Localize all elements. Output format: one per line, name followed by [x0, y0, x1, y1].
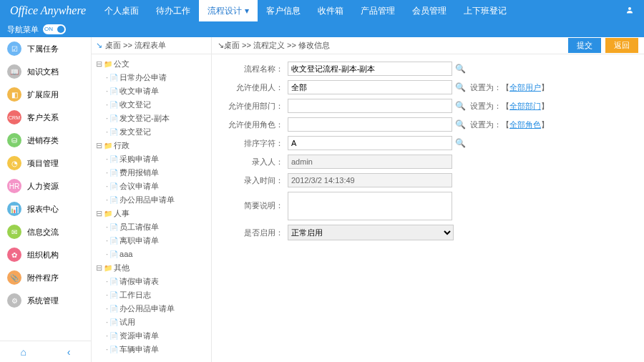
dept-hint: 设置为：【全部部门】 — [470, 101, 549, 112]
link-all-role[interactable]: 全部角色 — [509, 120, 541, 129]
nav-menu-label: 导航菜单 — [7, 24, 39, 35]
sidebar-item[interactable]: ✿组织机构 — [0, 243, 91, 266]
sidebar-item[interactable]: ✉信息交流 — [0, 220, 91, 243]
sidebar-item-icon: ☑ — [7, 41, 21, 56]
sidebar-item[interactable]: HR人力资源 — [0, 175, 91, 197]
search-icon[interactable]: 🔍 — [455, 119, 466, 129]
tree-doc[interactable]: ·日常办公申请 — [106, 71, 207, 84]
role-input[interactable] — [288, 117, 452, 132]
tree-doc[interactable]: ·资源申请单 — [106, 329, 207, 343]
dept-input[interactable] — [288, 99, 452, 113]
sidebar-item[interactable]: ⛁进销存类 — [0, 129, 91, 152]
tree-doc[interactable]: ·收文登记 — [106, 98, 207, 112]
sidebar-item-icon: 📊 — [7, 202, 21, 216]
sidebar-item-icon: ◧ — [7, 87, 21, 102]
collapse-icon[interactable]: ‹ — [67, 346, 71, 358]
arrow-icon: ↘ — [218, 41, 224, 50]
tree-panel: ↘ 桌面 >> 流程表单 ⊟公文·日常办公申请·收文申请单·收文登记·发文登记-… — [92, 37, 212, 362]
sidebar-item-label: 下属任务 — [27, 44, 59, 54]
sub-bar: 导航菜单 ON — [0, 21, 644, 37]
search-icon[interactable]: 🔍 — [455, 82, 466, 92]
sidebar-item[interactable]: 📖知识文档 — [0, 60, 91, 83]
dept-label: 允许使用部门： — [222, 101, 288, 112]
enable-select[interactable]: 正常启用 — [288, 225, 454, 240]
sidebar-item-icon: ⛁ — [7, 133, 21, 147]
desc-label: 简要说明： — [222, 192, 288, 211]
role-hint: 设置为：【全部角色】 — [470, 119, 549, 130]
nav-item[interactable]: 待办工作 — [147, 0, 199, 21]
sidebar-item[interactable]: ⚙系统管理 — [0, 289, 91, 312]
tree-doc[interactable]: ·采购申请单 — [106, 152, 207, 166]
home-icon[interactable]: ⌂ — [20, 346, 26, 358]
tree-doc[interactable]: ·员工请假单 — [106, 220, 207, 234]
nav-item[interactable]: 流程设计 ▾ — [199, 0, 257, 21]
tree-doc[interactable]: ·请假申请表 — [106, 275, 207, 288]
nav-menu-toggle[interactable]: ON — [43, 24, 66, 34]
submit-button[interactable]: 提交 — [568, 38, 601, 53]
name-input[interactable] — [288, 62, 452, 76]
tree-doc[interactable]: ·收文申请单 — [106, 84, 207, 98]
tree-doc[interactable]: ·发文登记 — [106, 125, 207, 139]
arrow-icon: ↘ — [96, 41, 102, 50]
sidebar-item-icon: ⚙ — [7, 293, 21, 308]
tree-doc[interactable]: ·工作日志 — [106, 288, 207, 302]
sidebar-bottom: ⌂ ‹ — [0, 341, 91, 362]
tree: ⊟公文·日常办公申请·收文申请单·收文登记·发文登记-副本·发文登记⊟行政·采购… — [92, 54, 211, 362]
search-icon[interactable]: 🔍 — [455, 101, 466, 111]
sidebar-item-icon: ✉ — [7, 225, 21, 239]
tree-folder[interactable]: ⊟人事·员工请假单·离职申请单·aaa — [96, 207, 207, 261]
desc-textarea[interactable] — [288, 192, 452, 220]
tree-folder[interactable]: ⊟行政·采购申请单·费用报销单·会议申请单·办公用品申请单 — [96, 139, 207, 207]
back-button[interactable]: 返回 — [605, 38, 638, 53]
sidebar-item-label: 系统管理 — [27, 295, 59, 306]
sidebar-item[interactable]: ◧扩展应用 — [0, 83, 91, 106]
sidebar-item[interactable]: 📊报表中心 — [0, 197, 91, 220]
sidebar-item[interactable]: CRM客户关系 — [0, 106, 91, 129]
search-icon[interactable]: 🔍 — [455, 138, 466, 148]
enteredby-field — [288, 155, 452, 169]
sidebar-item[interactable]: ☑下属任务 — [0, 37, 91, 60]
search-icon[interactable]: 🔍 — [455, 64, 466, 74]
sidebar-item-label: 人力资源 — [27, 181, 59, 192]
tree-doc[interactable]: ·试用 — [106, 315, 207, 329]
enteredby-label: 录入人： — [222, 157, 288, 167]
sidebar-item-icon: ◔ — [7, 156, 21, 170]
tree-doc[interactable]: ·发文登记-副本 — [106, 112, 207, 125]
sidebar-item-icon: HR — [7, 179, 21, 193]
sidebar: ☑下属任务📖知识文档◧扩展应用CRM客户关系⛁进销存类◔项目管理HR人力资源📊报… — [0, 37, 92, 362]
link-all-users[interactable]: 全部用户 — [509, 83, 541, 92]
sidebar-item-label: 知识文档 — [27, 67, 59, 77]
sidebar-item-label: 进销存类 — [27, 135, 59, 146]
tree-doc[interactable]: ·费用报销单 — [106, 166, 207, 180]
tree-doc[interactable]: ·办公用品申请单 — [106, 193, 207, 207]
tree-doc[interactable]: ·aaa — [106, 248, 207, 261]
nav-item[interactable]: 收件箱 — [309, 0, 352, 21]
nav-item[interactable]: 产品管理 — [352, 0, 404, 21]
tree-doc[interactable]: ·离职申请单 — [106, 234, 207, 248]
enable-label: 是否启用： — [222, 228, 288, 238]
tree-doc[interactable]: ·会议申请单 — [106, 180, 207, 193]
sidebar-item[interactable]: ◔项目管理 — [0, 152, 91, 175]
tree-folder[interactable]: ⊟公文·日常办公申请·收文申请单·收文登记·发文登记-副本·发文登记 — [96, 57, 207, 139]
sidebar-item-label: 信息交流 — [27, 227, 59, 238]
tree-doc[interactable]: ·车辆申请单 — [106, 343, 207, 356]
brand-logo: Office Anywhere — [0, 4, 96, 17]
tree-folder[interactable]: ⊟其他·请假申请表·工作日志·办公用品申请单·试用·资源申请单·车辆申请单 — [96, 261, 207, 356]
nav-item[interactable]: 客户信息 — [258, 0, 309, 21]
users-input[interactable] — [288, 80, 452, 94]
tree-doc[interactable]: ·办公用品申请单 — [106, 302, 207, 315]
link-all-dept[interactable]: 全部部门 — [509, 102, 541, 110]
sidebar-list: ☑下属任务📖知识文档◧扩展应用CRM客户关系⛁进销存类◔项目管理HR人力资源📊报… — [0, 37, 91, 341]
main-breadcrumb: ↘ 桌面 >> 流程定义 >> 修改信息 提交 返回 — [212, 37, 644, 54]
sidebar-item[interactable]: 📎附件程序 — [0, 266, 91, 289]
sidebar-item-label: 客户关系 — [27, 112, 59, 123]
sidebar-item-label: 组织机构 — [27, 250, 59, 260]
sort-input[interactable] — [288, 136, 452, 150]
nav-item[interactable]: 个人桌面 — [96, 0, 147, 21]
nav-item[interactable]: 会员管理 — [404, 0, 455, 21]
sort-label: 排序字符： — [222, 138, 288, 149]
enteredat-field — [288, 173, 452, 187]
avatar-icon[interactable] — [615, 4, 644, 17]
main-panel: ↘ 桌面 >> 流程定义 >> 修改信息 提交 返回 流程名称： 🔍 允许使用人… — [212, 37, 644, 362]
nav-item[interactable]: 上下班登记 — [455, 0, 515, 21]
